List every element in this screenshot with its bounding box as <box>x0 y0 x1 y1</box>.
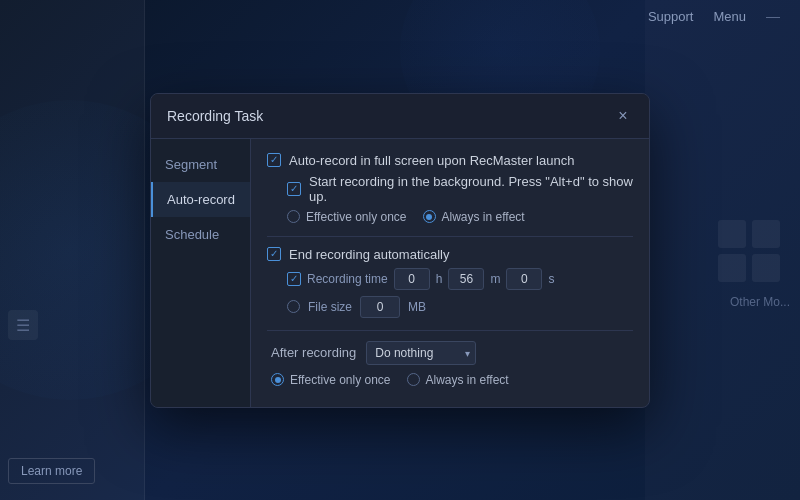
effective-radio-group: Effective only once Always in effect <box>287 210 633 224</box>
recording-time-checkbox[interactable] <box>287 272 301 286</box>
dropdown-wrapper: Do nothing Sleep Shutdown Hibernate ▾ <box>366 341 476 365</box>
bottom-radio-group: Effective only once Always in effect <box>271 373 633 387</box>
mb-label: MB <box>408 300 426 314</box>
always-effect-option[interactable]: Always in effect <box>423 210 525 224</box>
end-recording-label: End recording automatically <box>289 247 449 262</box>
auto-record-row: Auto-record in full screen upon RecMaste… <box>267 153 633 168</box>
bottom-always-effect-option[interactable]: Always in effect <box>407 373 509 387</box>
after-recording-dropdown[interactable]: Do nothing Sleep Shutdown Hibernate <box>366 341 476 365</box>
dialog-main-content: Auto-record in full screen upon RecMaste… <box>251 139 649 407</box>
bottom-effective-once-radio[interactable] <box>271 373 284 386</box>
auto-record-section: Auto-record in full screen upon RecMaste… <box>267 153 633 224</box>
sidebar-item-segment[interactable]: Segment <box>151 147 250 182</box>
modal-overlay: Recording Task × Segment Auto-record Sch… <box>0 0 800 500</box>
end-recording-row: End recording automatically <box>267 247 633 262</box>
bottom-effective-once-label: Effective only once <box>290 373 391 387</box>
dialog-body: Segment Auto-record Schedule Learn more <box>151 139 649 407</box>
sidebar-item-schedule[interactable]: Schedule <box>151 217 250 252</box>
after-recording-label: After recording <box>271 345 356 360</box>
recording-time-label: Recording time <box>307 272 388 286</box>
dialog-close-button[interactable]: × <box>613 106 633 126</box>
sidebar-item-auto-record[interactable]: Auto-record <box>151 182 250 217</box>
filesize-input[interactable] <box>360 296 400 318</box>
dialog-header: Recording Task × <box>151 94 649 139</box>
minutes-label: m <box>490 272 500 286</box>
dialog-title: Recording Task <box>167 108 263 124</box>
bottom-always-effect-label: Always in effect <box>426 373 509 387</box>
dialog-sidebar: Segment Auto-record Schedule Learn more <box>151 139 251 407</box>
recording-seconds-input[interactable] <box>506 268 542 290</box>
filesize-label: File size <box>308 300 352 314</box>
hours-label: h <box>436 272 443 286</box>
start-recording-label: Start recording in the background. Press… <box>309 174 633 204</box>
recording-time-row: Recording time h m s <box>287 268 633 290</box>
start-recording-row: Start recording in the background. Press… <box>287 174 633 204</box>
start-recording-checkbox[interactable] <box>287 182 301 196</box>
always-effect-label: Always in effect <box>442 210 525 224</box>
effective-once-label: Effective only once <box>306 210 407 224</box>
section-divider-1 <box>267 236 633 237</box>
filesize-row: File size MB <box>287 296 633 318</box>
recording-hours-input[interactable] <box>394 268 430 290</box>
end-recording-checkbox[interactable] <box>267 247 281 261</box>
auto-record-checkbox[interactable] <box>267 153 281 167</box>
seconds-label: s <box>548 272 554 286</box>
bottom-effective-once-option[interactable]: Effective only once <box>271 373 391 387</box>
recording-task-dialog: Recording Task × Segment Auto-record Sch… <box>150 93 650 408</box>
effective-once-option[interactable]: Effective only once <box>287 210 407 224</box>
end-recording-section: End recording automatically Recording ti… <box>267 247 633 318</box>
auto-record-label: Auto-record in full screen upon RecMaste… <box>289 153 574 168</box>
bottom-always-effect-radio[interactable] <box>407 373 420 386</box>
filesize-radio[interactable] <box>287 300 300 313</box>
section-divider-2 <box>267 330 633 331</box>
after-recording-row: After recording Do nothing Sleep Shutdow… <box>271 341 633 365</box>
effective-once-radio[interactable] <box>287 210 300 223</box>
recording-minutes-input[interactable] <box>448 268 484 290</box>
always-effect-radio[interactable] <box>423 210 436 223</box>
